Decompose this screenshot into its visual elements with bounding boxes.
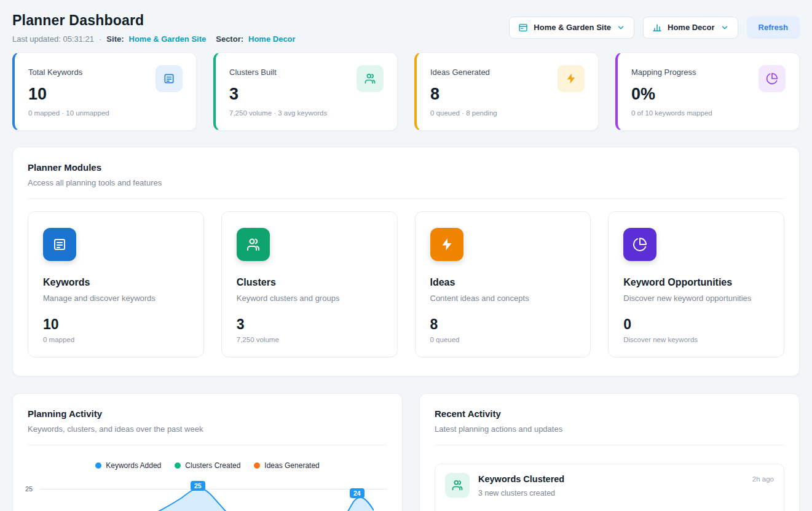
document-icon: [43, 228, 76, 261]
stat-detail: 0 queued · 8 pending: [430, 109, 585, 117]
legend-dot: [175, 462, 181, 469]
stat-label: Ideas Generated: [430, 65, 490, 77]
stat-label: Mapping Progress: [631, 65, 696, 77]
legend-dot: [254, 462, 260, 469]
module-description: Content ideas and concepts: [430, 294, 576, 303]
stat-label: Clusters Built: [229, 65, 277, 77]
activity-item-keywords-clustered: Keywords Clustered 3 new clusters create…: [435, 464, 784, 511]
planner-modules-panel: Planner Modules Access all planning tool…: [12, 147, 800, 376]
module-value: 3: [237, 316, 382, 333]
users-icon: [357, 65, 384, 92]
stat-card-ideas-generated: Ideas Generated 8 0 queued · 8 pending: [414, 52, 599, 131]
module-description: Manage and discover keywords: [43, 294, 189, 303]
planning-activity-chart: 25 25 24: [25, 477, 387, 511]
pie-chart-icon: [759, 65, 786, 92]
stat-detail: 0 of 10 keywords mapped: [631, 109, 786, 117]
stat-card-total-keywords: Total Keywords 10 0 mapped · 10 unmapped: [12, 52, 197, 131]
chart-legend: Keywords Added Clusters Created Ideas Ge…: [13, 445, 402, 470]
module-detail: 0 mapped: [43, 336, 189, 343]
legend-label: Ideas Generated: [264, 461, 319, 470]
legend-label: Clusters Created: [185, 461, 240, 470]
section-title: Recent Activity: [435, 408, 784, 419]
meta-separator: ·: [99, 34, 101, 44]
page-title: Planner Dashboard: [12, 12, 296, 29]
modules-grid: Keywords Manage and discover keywords 10…: [13, 199, 799, 376]
stat-label: Total Keywords: [28, 65, 82, 77]
module-card-keywords[interactable]: Keywords Manage and discover keywords 10…: [28, 211, 204, 357]
module-title: Clusters: [237, 277, 382, 288]
activity-list: Keywords Clustered 3 new clusters create…: [420, 445, 799, 511]
page-header: Planner Dashboard Last updated: 05:31:21…: [12, 12, 800, 44]
stat-card-mapping-progress: Mapping Progress 0% 0 of 10 keywords map…: [615, 52, 800, 131]
module-card-ideas[interactable]: Ideas Content ideas and concepts 8 0 que…: [415, 211, 591, 357]
stat-detail: 0 mapped · 10 unmapped: [28, 109, 183, 117]
chevron-down-icon: [720, 23, 729, 32]
module-value: 10: [43, 316, 189, 333]
sector-selector-dropdown[interactable]: Home Decor: [643, 17, 738, 39]
activity-detail: 3 new clusters created: [478, 489, 744, 497]
module-card-keyword-opportunities[interactable]: Keyword Opportunities Discover new keywo…: [608, 211, 784, 357]
pie-chart-icon: [623, 228, 656, 261]
module-title: Keyword Opportunities: [623, 277, 769, 288]
site-icon: [518, 23, 528, 33]
stat-cards-row: Total Keywords 10 0 mapped · 10 unmapped…: [12, 52, 800, 131]
users-icon: [445, 473, 470, 497]
site-selector-label: Home & Garden Site: [534, 23, 611, 32]
page-header-left: Planner Dashboard Last updated: 05:31:21…: [12, 12, 296, 44]
lightning-icon: [558, 65, 585, 92]
recent-activity-header: Recent Activity Latest planning actions …: [420, 394, 799, 445]
stat-detail: 7,250 volume · 3 avg keywords: [229, 109, 384, 117]
site-selector-dropdown[interactable]: Home & Garden Site: [509, 17, 634, 39]
module-value: 0: [623, 316, 769, 333]
lightning-icon: [430, 228, 463, 261]
activity-timestamp: 2h ago: [752, 475, 774, 483]
bottom-row: Planning Activity Keywords, clusters, an…: [12, 393, 800, 511]
legend-item-clusters-created[interactable]: Clusters Created: [175, 461, 240, 470]
module-title: Keywords: [43, 277, 189, 288]
module-value: 8: [430, 316, 576, 333]
planner-modules-header: Planner Modules Access all planning tool…: [13, 147, 799, 199]
stat-card-clusters-built: Clusters Built 3 7,250 volume · 3 avg ke…: [213, 52, 398, 131]
section-title: Planner Modules: [28, 162, 784, 173]
page-meta: Last updated: 05:31:21 · Site: Home & Ga…: [12, 34, 296, 44]
page-header-controls: Home & Garden Site Home Decor Refresh: [509, 16, 800, 39]
module-detail: 0 queued: [430, 336, 576, 343]
users-icon: [237, 228, 270, 261]
keywords-added-area-series: [40, 477, 374, 511]
section-subtitle: Latest planning actions and updates: [435, 424, 784, 434]
data-point-label: 24: [350, 488, 365, 498]
recent-activity-panel: Recent Activity Latest planning actions …: [419, 393, 800, 511]
refresh-button[interactable]: Refresh: [747, 16, 800, 39]
module-detail: 7,250 volume: [237, 336, 382, 343]
site-link[interactable]: Home & Garden Site: [129, 34, 207, 44]
module-card-clusters[interactable]: Clusters Keyword clusters and groups 3 7…: [221, 211, 398, 357]
planning-activity-header: Planning Activity Keywords, clusters, an…: [13, 394, 402, 445]
section-subtitle: Keywords, clusters, and ideas over the p…: [28, 424, 387, 434]
planning-activity-panel: Planning Activity Keywords, clusters, an…: [12, 393, 403, 511]
module-description: Discover new keyword opportunities: [623, 294, 769, 303]
legend-label: Keywords Added: [106, 461, 161, 470]
legend-item-ideas-generated[interactable]: Ideas Generated: [254, 461, 319, 470]
sector-label: Sector:: [216, 34, 243, 44]
module-title: Ideas: [430, 277, 576, 288]
last-updated-text: Last updated: 05:31:21: [12, 34, 94, 44]
data-point-label: 25: [191, 481, 205, 491]
section-subtitle: Access all planning tools and features: [28, 178, 784, 187]
chevron-down-icon: [617, 23, 625, 32]
y-axis-tick: 25: [25, 485, 33, 493]
activity-title: Keywords Clustered: [478, 474, 744, 484]
planner-dashboard-page: Planner Dashboard Last updated: 05:31:21…: [0, 0, 812, 511]
legend-dot: [95, 462, 101, 469]
document-icon: [156, 65, 183, 92]
module-description: Keyword clusters and groups: [237, 294, 382, 303]
sector-selector-label: Home Decor: [668, 23, 715, 32]
bar-chart-icon: [652, 23, 662, 33]
sector-link[interactable]: Home Decor: [248, 34, 296, 44]
section-title: Planning Activity: [28, 408, 387, 419]
site-label: Site:: [106, 34, 124, 44]
module-detail: Discover new keywords: [623, 336, 769, 343]
legend-item-keywords-added[interactable]: Keywords Added: [95, 461, 161, 470]
